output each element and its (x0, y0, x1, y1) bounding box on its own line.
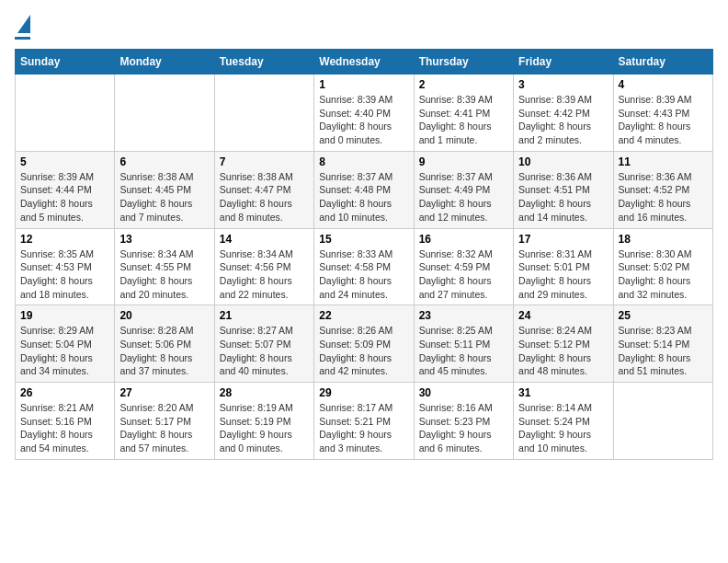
day-number: 19 (20, 309, 109, 322)
day-number: 2 (419, 78, 508, 91)
day-info: Sunrise: 8:38 AM Sunset: 4:45 PM Dayligh… (119, 170, 209, 224)
calendar-cell: 21Sunrise: 8:27 AM Sunset: 5:07 PM Dayli… (214, 305, 313, 383)
day-info: Sunrise: 8:36 AM Sunset: 4:51 PM Dayligh… (518, 170, 608, 224)
day-info: Sunrise: 8:23 AM Sunset: 5:14 PM Dayligh… (619, 324, 708, 378)
calendar-cell: 23Sunrise: 8:25 AM Sunset: 5:11 PM Dayli… (414, 305, 513, 383)
day-number: 16 (419, 233, 508, 246)
calendar-cell (16, 75, 115, 152)
day-number: 26 (20, 386, 109, 399)
day-info: Sunrise: 8:24 AM Sunset: 5:12 PM Dayligh… (518, 324, 608, 378)
calendar-cell: 26Sunrise: 8:21 AM Sunset: 5:16 PM Dayli… (16, 383, 115, 460)
day-info: Sunrise: 8:34 AM Sunset: 4:56 PM Dayligh… (220, 247, 309, 302)
day-info: Sunrise: 8:21 AM Sunset: 5:16 PM Dayligh… (20, 401, 109, 455)
calendar-cell: 25Sunrise: 8:23 AM Sunset: 5:14 PM Dayli… (613, 305, 712, 383)
calendar-header-tuesday: Tuesday (214, 50, 313, 75)
day-info: Sunrise: 8:39 AM Sunset: 4:42 PM Dayligh… (518, 93, 608, 147)
calendar-cell: 24Sunrise: 8:24 AM Sunset: 5:12 PM Dayli… (514, 305, 613, 383)
calendar-week-row: 19Sunrise: 8:29 AM Sunset: 5:04 PM Dayli… (16, 305, 713, 383)
day-info: Sunrise: 8:39 AM Sunset: 4:40 PM Dayligh… (319, 93, 408, 147)
logo (15, 15, 30, 40)
calendar-cell: 30Sunrise: 8:16 AM Sunset: 5:23 PM Dayli… (414, 383, 513, 460)
calendar-cell (115, 75, 214, 152)
calendar-week-row: 1Sunrise: 8:39 AM Sunset: 4:40 PM Daylig… (16, 75, 713, 152)
calendar-cell: 10Sunrise: 8:36 AM Sunset: 4:51 PM Dayli… (514, 151, 613, 228)
day-info: Sunrise: 8:17 AM Sunset: 5:21 PM Dayligh… (319, 401, 408, 455)
day-number: 9 (419, 155, 508, 168)
calendar-cell: 29Sunrise: 8:17 AM Sunset: 5:21 PM Dayli… (314, 383, 414, 460)
day-number: 1 (319, 78, 408, 91)
calendar-header-row: SundayMondayTuesdayWednesdayThursdayFrid… (16, 50, 713, 75)
calendar-header-thursday: Thursday (414, 50, 513, 75)
day-number: 23 (419, 309, 508, 322)
calendar-cell: 18Sunrise: 8:30 AM Sunset: 5:02 PM Dayli… (613, 228, 712, 305)
day-number: 7 (220, 155, 309, 168)
day-number: 14 (220, 233, 309, 246)
day-number: 27 (119, 386, 209, 399)
day-number: 3 (518, 78, 608, 91)
day-number: 21 (220, 309, 309, 322)
day-number: 17 (518, 233, 608, 246)
day-info: Sunrise: 8:16 AM Sunset: 5:23 PM Dayligh… (419, 401, 508, 455)
day-info: Sunrise: 8:36 AM Sunset: 4:52 PM Dayligh… (619, 170, 708, 224)
day-number: 12 (20, 233, 109, 246)
calendar-cell: 20Sunrise: 8:28 AM Sunset: 5:06 PM Dayli… (115, 305, 214, 383)
calendar-cell: 14Sunrise: 8:34 AM Sunset: 4:56 PM Dayli… (214, 228, 313, 305)
calendar-cell: 3Sunrise: 8:39 AM Sunset: 4:42 PM Daylig… (514, 75, 613, 152)
day-info: Sunrise: 8:28 AM Sunset: 5:06 PM Dayligh… (119, 324, 209, 378)
day-info: Sunrise: 8:14 AM Sunset: 5:24 PM Dayligh… (518, 401, 608, 455)
logo-underline (15, 37, 30, 40)
day-number: 31 (518, 386, 608, 399)
day-number: 30 (419, 386, 508, 399)
calendar-table: SundayMondayTuesdayWednesdayThursdayFrid… (15, 49, 713, 460)
calendar-week-row: 5Sunrise: 8:39 AM Sunset: 4:44 PM Daylig… (16, 151, 713, 228)
calendar-cell: 1Sunrise: 8:39 AM Sunset: 4:40 PM Daylig… (314, 75, 414, 152)
calendar-cell: 17Sunrise: 8:31 AM Sunset: 5:01 PM Dayli… (514, 228, 613, 305)
day-info: Sunrise: 8:37 AM Sunset: 4:49 PM Dayligh… (419, 170, 508, 224)
day-info: Sunrise: 8:25 AM Sunset: 5:11 PM Dayligh… (419, 324, 508, 378)
calendar-cell: 27Sunrise: 8:20 AM Sunset: 5:17 PM Dayli… (115, 383, 214, 460)
calendar-header-sunday: Sunday (16, 50, 115, 75)
calendar-cell: 2Sunrise: 8:39 AM Sunset: 4:41 PM Daylig… (414, 75, 513, 152)
day-number: 24 (518, 309, 608, 322)
day-number: 10 (518, 155, 608, 168)
day-info: Sunrise: 8:29 AM Sunset: 5:04 PM Dayligh… (20, 324, 109, 378)
calendar-cell: 16Sunrise: 8:32 AM Sunset: 4:59 PM Dayli… (414, 228, 513, 305)
day-info: Sunrise: 8:33 AM Sunset: 4:58 PM Dayligh… (319, 247, 408, 302)
calendar-cell: 19Sunrise: 8:29 AM Sunset: 5:04 PM Dayli… (16, 305, 115, 383)
calendar-cell: 12Sunrise: 8:35 AM Sunset: 4:53 PM Dayli… (16, 228, 115, 305)
day-info: Sunrise: 8:19 AM Sunset: 5:19 PM Dayligh… (220, 401, 309, 455)
day-number: 5 (20, 155, 109, 168)
calendar-header-monday: Monday (115, 50, 214, 75)
calendar-cell: 5Sunrise: 8:39 AM Sunset: 4:44 PM Daylig… (16, 151, 115, 228)
day-info: Sunrise: 8:20 AM Sunset: 5:17 PM Dayligh… (119, 401, 209, 455)
day-number: 28 (220, 386, 309, 399)
logo-triangle-icon (17, 15, 30, 33)
day-info: Sunrise: 8:26 AM Sunset: 5:09 PM Dayligh… (319, 324, 408, 378)
day-number: 29 (319, 386, 408, 399)
calendar-cell: 9Sunrise: 8:37 AM Sunset: 4:49 PM Daylig… (414, 151, 513, 228)
calendar-cell: 22Sunrise: 8:26 AM Sunset: 5:09 PM Dayli… (314, 305, 414, 383)
calendar-cell (214, 75, 313, 152)
day-number: 8 (319, 155, 408, 168)
day-info: Sunrise: 8:39 AM Sunset: 4:44 PM Dayligh… (20, 170, 109, 224)
day-number: 13 (119, 233, 209, 246)
header (15, 15, 713, 40)
calendar-cell: 11Sunrise: 8:36 AM Sunset: 4:52 PM Dayli… (613, 151, 712, 228)
calendar-header-saturday: Saturday (613, 50, 712, 75)
calendar-cell: 28Sunrise: 8:19 AM Sunset: 5:19 PM Dayli… (214, 383, 313, 460)
calendar-cell: 13Sunrise: 8:34 AM Sunset: 4:55 PM Dayli… (115, 228, 214, 305)
day-number: 15 (319, 233, 408, 246)
day-info: Sunrise: 8:30 AM Sunset: 5:02 PM Dayligh… (619, 247, 708, 302)
day-number: 11 (619, 155, 708, 168)
day-number: 25 (619, 309, 708, 322)
calendar-cell: 7Sunrise: 8:38 AM Sunset: 4:47 PM Daylig… (214, 151, 313, 228)
day-number: 20 (119, 309, 209, 322)
calendar-header-wednesday: Wednesday (314, 50, 414, 75)
day-info: Sunrise: 8:34 AM Sunset: 4:55 PM Dayligh… (119, 247, 209, 302)
calendar-cell: 15Sunrise: 8:33 AM Sunset: 4:58 PM Dayli… (314, 228, 414, 305)
day-info: Sunrise: 8:39 AM Sunset: 4:43 PM Dayligh… (619, 93, 708, 147)
calendar-week-row: 12Sunrise: 8:35 AM Sunset: 4:53 PM Dayli… (16, 228, 713, 305)
calendar-cell: 31Sunrise: 8:14 AM Sunset: 5:24 PM Dayli… (514, 383, 613, 460)
day-info: Sunrise: 8:37 AM Sunset: 4:48 PM Dayligh… (319, 170, 408, 224)
calendar-cell: 6Sunrise: 8:38 AM Sunset: 4:45 PM Daylig… (115, 151, 214, 228)
